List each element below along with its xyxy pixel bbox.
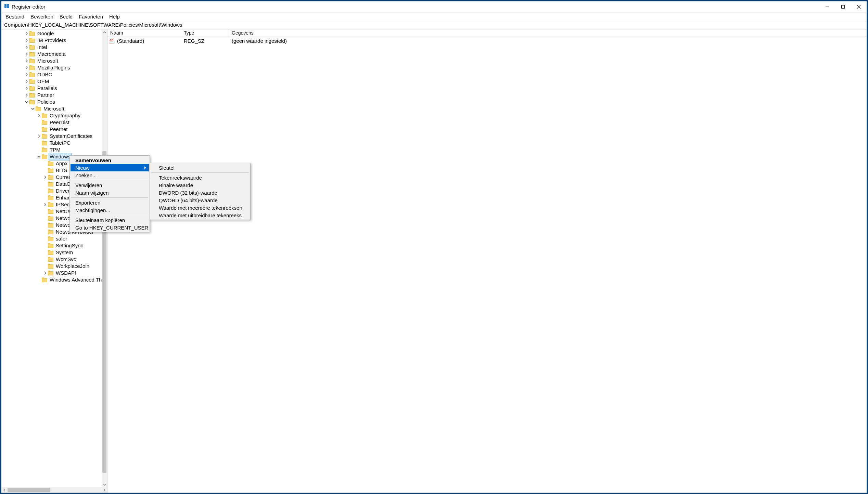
close-button[interactable] (851, 1, 867, 12)
maximize-button[interactable] (835, 1, 851, 12)
window-controls (819, 1, 867, 12)
chevron-right-icon[interactable] (24, 38, 29, 43)
column-data[interactable]: Gegevens (229, 29, 867, 37)
tree-node[interactable]: IM Providers (1, 37, 107, 44)
tree-node[interactable]: SystemCertificates (1, 133, 107, 140)
tree-node-label: TPM (49, 146, 62, 153)
menu-item-label: Tekenreekswaarde (159, 175, 202, 181)
menu-file[interactable]: Bestand (3, 13, 27, 20)
menu-help[interactable]: Help (106, 13, 123, 20)
chevron-placeholder (42, 243, 48, 248)
chevron-down-icon[interactable] (24, 99, 29, 105)
menu-item[interactable]: Nieuw (71, 164, 149, 171)
tree-vertical-scrollbar[interactable] (102, 29, 107, 487)
chevron-down-icon[interactable] (30, 106, 36, 112)
chevron-right-icon[interactable] (24, 58, 29, 64)
tree-node[interactable]: safer (1, 235, 107, 242)
scroll-right-icon[interactable] (102, 487, 107, 493)
chevron-placeholder (42, 209, 48, 214)
menu-item[interactable]: Waarde met meerdere tekenreeksen (151, 204, 250, 211)
tree-node[interactable]: Parallels (1, 85, 107, 92)
column-name[interactable]: Naam (107, 29, 181, 37)
folder-icon (42, 113, 47, 118)
menu-bar: Bestand Bewerken Beeld Favorieten Help (1, 12, 867, 21)
chevron-right-icon[interactable] (36, 113, 42, 118)
tree-node[interactable]: Partner (1, 92, 107, 99)
tree-node[interactable]: ODBC (1, 71, 107, 78)
menu-item[interactable]: Zoeken... (71, 171, 149, 179)
menu-item[interactable]: Naam wijzigen (71, 189, 149, 196)
chevron-placeholder (36, 127, 42, 132)
menu-item[interactable]: QWORD (64 bits)-waarde (151, 196, 250, 204)
chevron-right-icon[interactable] (24, 44, 29, 50)
tree-node-label: IM Providers (36, 37, 67, 44)
menu-favorites[interactable]: Favorieten (76, 13, 106, 20)
chevron-down-icon[interactable] (36, 154, 42, 159)
tree-node[interactable]: SettingSync (1, 242, 107, 249)
chevron-right-icon[interactable] (42, 270, 48, 276)
menu-item[interactable]: Go to HKEY_CURRENT_USER (71, 224, 149, 231)
scroll-up-icon[interactable] (102, 29, 107, 35)
tree-node[interactable]: Google (1, 30, 107, 37)
folder-icon (42, 141, 47, 145)
menu-item[interactable]: Tekenreekswaarde (151, 174, 250, 181)
tree-node[interactable]: TPM (1, 146, 107, 153)
folder-icon (48, 236, 53, 241)
chevron-right-icon[interactable] (24, 31, 29, 36)
tree-horizontal-scrollbar[interactable] (1, 487, 107, 493)
scroll-thumb-h[interactable] (8, 488, 50, 492)
scroll-down-icon[interactable] (102, 482, 107, 487)
menu-item[interactable]: Sleutel (151, 164, 250, 171)
folder-icon (48, 264, 53, 269)
tree-node[interactable]: WorkplaceJoin (1, 263, 107, 270)
folder-icon (29, 31, 35, 36)
tree-node[interactable]: WSDAPI (1, 270, 107, 276)
value-row[interactable]: (Standaard)REG_SZ(geen waarde ingesteld) (107, 37, 867, 44)
tree-node[interactable]: Microsoft (1, 105, 107, 112)
chevron-right-icon[interactable] (24, 51, 29, 57)
folder-icon (29, 52, 35, 56)
tree-node[interactable]: Microsoft (1, 57, 107, 64)
chevron-right-icon[interactable] (24, 92, 29, 98)
scroll-left-icon[interactable] (1, 487, 7, 493)
chevron-placeholder (36, 140, 42, 146)
chevron-right-icon[interactable] (42, 202, 48, 207)
chevron-right-icon[interactable] (24, 72, 29, 77)
tree-node[interactable]: Intel (1, 44, 107, 51)
chevron-placeholder (36, 120, 42, 125)
menu-item[interactable]: Samenvouwen (71, 156, 149, 164)
tree-node[interactable]: TabletPC (1, 140, 107, 146)
column-type[interactable]: Type (181, 29, 229, 37)
menu-separator (71, 197, 148, 198)
chevron-placeholder (42, 250, 48, 255)
menu-item[interactable]: Binaire waarde (151, 181, 250, 189)
tree-node[interactable]: Peernet (1, 126, 107, 133)
tree-node[interactable]: Policies (1, 99, 107, 105)
menu-item[interactable]: Sleutelnaam kopiëren (71, 216, 149, 224)
tree-node[interactable]: MozillaPlugins (1, 64, 107, 71)
tree-node[interactable]: Macromedia (1, 51, 107, 57)
tree-node[interactable]: Cryptography (1, 112, 107, 119)
tree-node[interactable]: System (1, 249, 107, 256)
menu-item[interactable]: DWORD (32 bits)-waarde (151, 189, 250, 196)
menu-edit[interactable]: Bewerken (28, 13, 56, 20)
menu-item[interactable]: Waarde met uitbreidbare tekenreeks (151, 211, 250, 219)
tree-node[interactable]: PeerDist (1, 119, 107, 126)
chevron-right-icon[interactable] (36, 133, 42, 139)
menu-item[interactable]: Verwijderen (71, 181, 149, 189)
tree-node-label: NetCa (55, 208, 72, 215)
chevron-right-icon[interactable] (24, 65, 29, 70)
folder-icon (48, 216, 53, 221)
tree-node[interactable]: OEM (1, 78, 107, 85)
minimize-button[interactable] (819, 1, 835, 12)
tree-node[interactable]: WcmSvc (1, 256, 107, 263)
tree-node[interactable]: Windows Advanced Threa (1, 276, 107, 283)
chevron-right-icon[interactable] (24, 86, 29, 91)
tree-node-label: Microsoft (36, 57, 59, 64)
menu-view[interactable]: Beeld (57, 13, 75, 20)
menu-item[interactable]: Exporteren (71, 199, 149, 206)
menu-item[interactable]: Machtigingen... (71, 206, 149, 214)
chevron-right-icon[interactable] (42, 174, 48, 180)
chevron-right-icon[interactable] (24, 79, 29, 84)
address-bar[interactable]: Computer\HKEY_LOCAL_MACHINE\SOFTWARE\Pol… (1, 21, 867, 29)
